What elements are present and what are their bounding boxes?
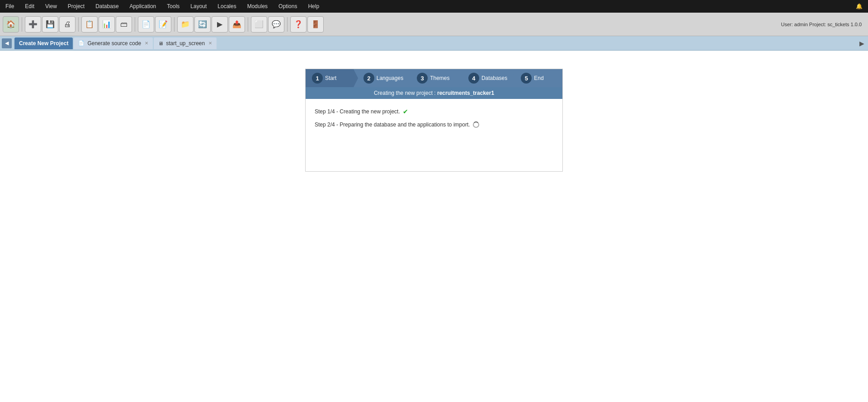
step-1-label: Start	[325, 75, 336, 81]
exit-button[interactable]: 🚪	[307, 16, 324, 33]
step-4-label: Databases	[481, 75, 507, 81]
toolbar-sep-4	[174, 17, 175, 32]
wizard-header-prefix: Creating the new project :	[374, 90, 437, 96]
toolbar-sep-3	[135, 17, 135, 32]
new-button[interactable]: ➕	[25, 16, 41, 33]
menu-application[interactable]: Application	[128, 2, 158, 10]
step-3-number: 3	[417, 73, 428, 84]
wizard-step-5[interactable]: 5 End	[511, 69, 562, 87]
wizard-step-2[interactable]: 2 Languages	[354, 69, 407, 87]
menu-database[interactable]: Database	[94, 2, 120, 10]
menu-tools[interactable]: Tools	[165, 2, 181, 10]
home-button[interactable]: 🏠	[3, 16, 19, 33]
step-5-label: End	[534, 75, 543, 81]
tab-scroll-right-button[interactable]: ▶	[858, 40, 866, 47]
step-1-number: 1	[312, 73, 323, 84]
refresh-button[interactable]: 🔄	[194, 16, 211, 33]
data-button[interactable]: 🗃	[116, 16, 132, 33]
list-view-button[interactable]: 📋	[81, 16, 98, 33]
wizard-step-3[interactable]: 3 Themes	[407, 69, 458, 87]
menu-layout[interactable]: Layout	[189, 2, 208, 10]
wizard-steps-bar: 1 Start 2 Languages 3 Themes 4 Databases	[306, 69, 562, 87]
wizard-project-name: recruitments_tracker1	[437, 90, 494, 96]
wizard-container: 1 Start 2 Languages 3 Themes 4 Databases	[305, 69, 563, 172]
tab-bar: ◀ Create New Project 📄 Generate source c…	[0, 36, 868, 51]
table-view-button[interactable]: 📊	[99, 16, 115, 33]
step-4-arrow	[511, 69, 515, 87]
menu-help[interactable]: Help	[306, 2, 321, 10]
main-content: 1 Start 2 Languages 3 Themes 4 Databases	[0, 51, 868, 402]
step-2-spinner-icon	[473, 122, 479, 128]
wizard-step-4[interactable]: 4 Databases	[458, 69, 511, 87]
square-button[interactable]: ⬜	[251, 16, 267, 33]
tab-create-new-project-label: Create New Project	[19, 40, 68, 47]
toolbar-sep-6	[287, 17, 288, 32]
tab-start-up-screen[interactable]: 🖥 start_up_screen ✕	[154, 37, 217, 49]
menu-modules[interactable]: Modules	[245, 2, 269, 10]
menu-options[interactable]: Options	[277, 2, 299, 10]
chat-button[interactable]: 💬	[268, 16, 284, 33]
step-1-check-icon: ✔	[403, 108, 408, 115]
progress-line-2-text: Step 2/4 - Preparing the database and th…	[315, 122, 470, 128]
step-2-label: Languages	[377, 75, 403, 81]
tab-start-up-screen-icon: 🖥	[158, 41, 163, 46]
progress-line-1: Step 1/4 - Creating the new project. ✔	[315, 108, 553, 115]
toolbar-sep-5	[248, 17, 248, 32]
tab-create-new-project[interactable]: Create New Project	[14, 37, 73, 49]
tab-start-up-screen-label: start_up_screen	[166, 40, 205, 47]
tab-generate-source-code-label: Generate source code	[87, 40, 141, 47]
menu-locales[interactable]: Locales	[216, 2, 238, 10]
tab-start-up-screen-close[interactable]: ✕	[208, 41, 212, 46]
doc-button[interactable]: 📄	[138, 16, 154, 33]
sidebar-toggle-button[interactable]: ◀	[2, 38, 12, 48]
run-button[interactable]: ▶	[212, 16, 228, 33]
menu-file[interactable]: File	[4, 2, 16, 10]
toolbar-sep-2	[78, 17, 79, 32]
user-info: User: admin Project: sc_tickets 1.0.0	[781, 22, 862, 27]
wizard-header: Creating the new project : recruitments_…	[306, 87, 562, 99]
menu-edit[interactable]: Edit	[23, 2, 36, 10]
export-button[interactable]: 📤	[229, 16, 245, 33]
wizard-body: Step 1/4 - Creating the new project. ✔ S…	[306, 99, 562, 171]
step-5-number: 5	[521, 73, 532, 84]
wizard-step-1[interactable]: 1 Start	[306, 69, 354, 87]
toolbar: 🏠 ➕ 💾 🖨 📋 📊 🗃 📄 📝 📁 🔄 ▶ 📤 ⬜ 💬 ❓ 🚪 User: …	[0, 13, 868, 36]
tab-generate-source-code-close[interactable]: ✕	[145, 41, 148, 46]
step-4-number: 4	[468, 73, 479, 84]
menu-view[interactable]: View	[43, 2, 59, 10]
step-2-number: 2	[363, 73, 374, 84]
menu-project[interactable]: Project	[66, 2, 86, 10]
tab-generate-source-code[interactable]: 📄 Generate source code ✕	[74, 37, 153, 49]
step-3-arrow	[458, 69, 463, 87]
step-1-arrow	[354, 69, 358, 87]
progress-line-2: Step 2/4 - Preparing the database and th…	[315, 122, 553, 128]
step-3-label: Themes	[430, 75, 449, 81]
tab-generate-source-code-icon: 📄	[78, 40, 85, 46]
notification-bell-icon[interactable]: 🔔	[854, 2, 864, 10]
folder-button[interactable]: 📁	[177, 16, 193, 33]
step-2-arrow	[407, 69, 411, 87]
toolbar-sep-1	[22, 17, 22, 32]
help-button[interactable]: ❓	[290, 16, 307, 33]
edit-doc-button[interactable]: 📝	[155, 16, 171, 33]
menu-bar: File Edit View Project Database Applicat…	[0, 0, 868, 13]
progress-line-1-text: Step 1/4 - Creating the new project.	[315, 108, 400, 115]
print-button[interactable]: 🖨	[59, 16, 75, 33]
save-button[interactable]: 💾	[42, 16, 58, 33]
